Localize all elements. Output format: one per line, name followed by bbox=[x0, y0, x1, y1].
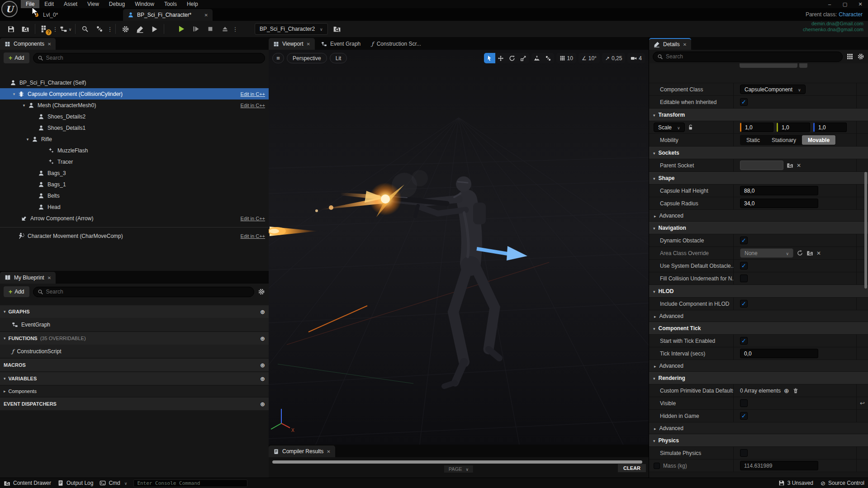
scale-x-field[interactable] bbox=[740, 123, 773, 132]
tab-construction-script[interactable]: ƒ Construction Scr... bbox=[366, 38, 427, 50]
clear-asset-icon[interactable] bbox=[816, 250, 821, 256]
capsule-half-height-field[interactable] bbox=[740, 186, 818, 195]
clear-button[interactable]: CLEAR bbox=[618, 464, 646, 472]
compiler-tab-close-icon[interactable] bbox=[327, 448, 330, 455]
scale-dropdown[interactable]: Scale bbox=[654, 123, 685, 132]
class-settings-button[interactable] bbox=[118, 22, 133, 36]
rotation-snap-toggle[interactable]: ∠ 10° bbox=[579, 53, 600, 63]
compile-options-icon[interactable] bbox=[52, 22, 58, 36]
menu-tools[interactable]: Tools bbox=[159, 0, 182, 8]
rotate-tool[interactable] bbox=[507, 53, 518, 63]
reset-to-default-icon[interactable] bbox=[860, 400, 865, 407]
tick-interval-field[interactable] bbox=[740, 349, 818, 358]
tree-row-self[interactable]: BP_Sci_Fi_Character (Self) bbox=[0, 77, 269, 88]
use-selected-asset-icon[interactable] bbox=[797, 250, 803, 256]
play-options-icon[interactable] bbox=[232, 22, 238, 36]
debug-browse-button[interactable] bbox=[330, 22, 344, 36]
components-search-input[interactable] bbox=[46, 55, 261, 61]
my-blueprint-search[interactable] bbox=[33, 287, 254, 297]
browse-socket-icon[interactable] bbox=[787, 162, 793, 169]
source-control-button[interactable]: Source Control bbox=[821, 480, 864, 487]
section-event-dispatchers[interactable]: EVENT DISPATCHERS bbox=[0, 398, 269, 410]
tree-row-arrow[interactable]: Arrow Component (Arrow) Edit in C++ bbox=[0, 213, 269, 224]
edit-in-cpp-link[interactable]: Edit in C++ bbox=[241, 216, 265, 221]
tree-row[interactable]: Head bbox=[0, 201, 269, 213]
edit-in-cpp-link[interactable]: Edit in C++ bbox=[241, 103, 265, 108]
window-minimize-icon[interactable] bbox=[822, 0, 837, 8]
editable-when-inherited-checkbox[interactable] bbox=[740, 98, 748, 106]
section-macros[interactable]: MACROS bbox=[0, 359, 269, 371]
camera-speed-control[interactable]: 4 bbox=[627, 53, 645, 63]
lit-dropdown[interactable]: Lit bbox=[330, 53, 347, 63]
section-graphs[interactable]: ▾GRAPHS bbox=[0, 305, 269, 318]
move-tool[interactable] bbox=[495, 53, 507, 63]
mobility-stationary[interactable]: Stationary bbox=[766, 135, 802, 145]
component-class-dropdown[interactable]: CapsuleComponent bbox=[740, 85, 806, 94]
tab-close-icon[interactable] bbox=[204, 12, 208, 18]
edit-in-cpp-link[interactable]: Edit in C++ bbox=[241, 91, 265, 97]
simulate-physics-checkbox[interactable] bbox=[740, 449, 748, 457]
components-tab-close-icon[interactable] bbox=[47, 41, 51, 47]
console-command-input[interactable] bbox=[137, 480, 244, 486]
horizontal-scrollbar[interactable] bbox=[272, 460, 642, 464]
capsule-radius-field[interactable] bbox=[740, 199, 818, 208]
details-tab[interactable]: Details bbox=[649, 38, 691, 50]
area-class-dropdown[interactable]: None bbox=[740, 248, 793, 258]
eject-button[interactable] bbox=[218, 22, 232, 36]
browse-asset-icon[interactable] bbox=[806, 250, 813, 256]
advanced-shape[interactable]: Advanced bbox=[649, 210, 868, 222]
components-add-button[interactable]: Add bbox=[4, 52, 29, 63]
parent-socket-field[interactable] bbox=[740, 161, 783, 170]
menu-debug[interactable]: Debug bbox=[104, 0, 130, 8]
lock-open-icon[interactable] bbox=[688, 124, 694, 130]
tree-row[interactable]: Shoes_Details2 bbox=[0, 111, 269, 122]
simulation-button[interactable] bbox=[147, 22, 161, 36]
dynamic-obstacle-checkbox[interactable] bbox=[740, 237, 748, 244]
hidden-in-game-checkbox[interactable] bbox=[740, 412, 748, 420]
menu-edit[interactable]: Edit bbox=[39, 0, 59, 8]
details-search-input[interactable] bbox=[666, 53, 838, 60]
fill-collision-checkbox[interactable] bbox=[740, 275, 748, 282]
grid-snap-toggle[interactable]: 10 bbox=[556, 53, 576, 63]
mobility-movable[interactable]: Movable bbox=[802, 135, 835, 145]
select-tool[interactable] bbox=[484, 53, 495, 63]
details-scrollbar[interactable] bbox=[864, 172, 867, 289]
components-search[interactable] bbox=[33, 53, 265, 63]
mass-field[interactable] bbox=[740, 461, 818, 470]
item-construction-script[interactable]: ƒ ConstructionScript bbox=[0, 345, 269, 358]
tree-row-char-movement[interactable]: Character Movement (CharMoveComp) Edit i… bbox=[0, 230, 269, 242]
my-blueprint-tab[interactable]: My Blueprint bbox=[0, 272, 56, 284]
section-transform[interactable]: Transform bbox=[649, 109, 868, 121]
tree-row[interactable]: Bags_1 bbox=[0, 179, 269, 190]
add-dispatcher-icon[interactable] bbox=[260, 401, 265, 407]
hide-unrelated-button[interactable] bbox=[92, 22, 107, 36]
stop-button[interactable] bbox=[203, 22, 218, 36]
console-command[interactable] bbox=[133, 479, 247, 487]
section-physics[interactable]: Physics bbox=[649, 434, 868, 447]
diff-button[interactable] bbox=[58, 22, 73, 36]
expander-icon[interactable] bbox=[24, 137, 31, 142]
details-settings-icon[interactable] bbox=[857, 53, 864, 60]
add-macro-icon[interactable] bbox=[260, 362, 265, 369]
browse-button[interactable] bbox=[18, 22, 33, 36]
section-hlod[interactable]: HLOD bbox=[649, 285, 868, 298]
tree-row[interactable]: Bags_3 bbox=[0, 167, 269, 179]
perspective-dropdown[interactable]: Perspective bbox=[287, 53, 327, 63]
window-close-icon[interactable] bbox=[853, 0, 868, 8]
section-rendering[interactable]: Rendering bbox=[649, 372, 868, 384]
clear-socket-icon[interactable] bbox=[797, 162, 801, 169]
expander-icon[interactable] bbox=[21, 103, 27, 108]
compile-button[interactable] bbox=[38, 22, 52, 36]
tab-blueprint[interactable]: BP_Sci_Fi_Character* bbox=[123, 9, 213, 21]
clear-array-icon[interactable] bbox=[792, 388, 799, 394]
add-variable-icon[interactable] bbox=[260, 375, 265, 382]
details-search[interactable] bbox=[653, 52, 843, 62]
menu-help[interactable]: Help bbox=[182, 0, 203, 8]
cmd-dropdown[interactable]: Cmd bbox=[100, 480, 127, 486]
frame-skip-button[interactable] bbox=[189, 22, 203, 36]
class-defaults-button[interactable] bbox=[133, 22, 147, 36]
tree-row-mesh[interactable]: Mesh (CharacterMesh0) Edit in C++ bbox=[0, 99, 269, 111]
details-tab-close-icon[interactable] bbox=[683, 41, 687, 47]
find-button[interactable] bbox=[78, 22, 92, 36]
menu-view[interactable]: View bbox=[82, 0, 104, 8]
